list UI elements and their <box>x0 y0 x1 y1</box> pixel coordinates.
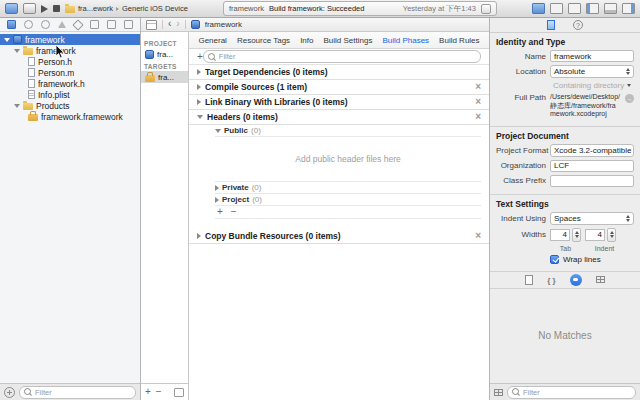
remove-header-button[interactable] <box>231 207 237 217</box>
back-button[interactable] <box>168 20 171 29</box>
object-library-icon[interactable] <box>570 274 582 286</box>
add-header-button[interactable] <box>217 207 223 217</box>
debug-area-toggle-icon[interactable] <box>604 3 617 14</box>
navigator-toggle-icon[interactable] <box>586 3 599 14</box>
toolbar: fra...ework Generic iOS Device framework… <box>0 0 640 18</box>
grid-view-toggle-icon[interactable] <box>494 389 503 396</box>
library-empty-state: No Matches <box>490 289 640 384</box>
tab-general[interactable]: General <box>198 36 226 45</box>
disclosure-triangle[interactable] <box>197 115 203 119</box>
tab-build-settings[interactable]: Build Settings <box>323 36 372 45</box>
file-inspector-icon[interactable] <box>547 20 555 30</box>
report-navigator-icon[interactable] <box>124 20 133 29</box>
standard-editor-icon[interactable] <box>532 3 545 14</box>
build-phases-filter-input[interactable]: Filter <box>203 50 481 63</box>
code-snippet-library-icon[interactable] <box>547 275 555 285</box>
tab-width-stepper[interactable]: 4 <box>550 228 581 242</box>
quick-help-icon[interactable] <box>573 20 583 30</box>
public-headers-drop-area[interactable]: Add public header files here <box>215 137 481 182</box>
remove-phase-icon[interactable] <box>475 112 481 122</box>
phase-copy-bundle-resources[interactable]: Copy Bundle Resources (0 items) <box>189 229 489 244</box>
find-navigator-icon[interactable] <box>41 20 50 29</box>
organization-field[interactable]: LCF <box>550 160 634 172</box>
media-library-icon[interactable] <box>596 276 605 283</box>
containing-directory-popup[interactable]: Containing directory <box>550 81 634 90</box>
disclosure-triangle[interactable] <box>215 185 219 191</box>
tab-build-phases[interactable]: Build Phases <box>382 36 429 45</box>
stepper-arrows-icon[interactable] <box>607 228 616 242</box>
headers-private-group[interactable]: Private (0) <box>215 182 481 194</box>
version-editor-icon[interactable] <box>568 3 581 14</box>
disclosure-triangle[interactable] <box>14 49 20 53</box>
filter-targets-icon[interactable] <box>174 388 184 397</box>
indent-width-stepper[interactable]: 4 <box>585 228 616 242</box>
window-tab-icon[interactable] <box>5 3 18 14</box>
remove-phase-icon[interactable] <box>475 97 481 107</box>
project-navigator-icon[interactable] <box>7 20 16 29</box>
disclosure-triangle[interactable] <box>197 233 201 239</box>
tree-item-person-h[interactable]: Person.h <box>0 56 140 67</box>
issue-navigator-icon[interactable] <box>58 21 66 28</box>
disclosure-triangle[interactable] <box>14 104 20 108</box>
remove-target-button[interactable] <box>156 387 162 397</box>
disclosure-triangle[interactable] <box>215 197 219 203</box>
wrap-lines-checkbox[interactable] <box>550 255 559 264</box>
disclosure-triangle[interactable] <box>4 38 10 42</box>
target-list-item[interactable]: fra... <box>141 71 188 83</box>
stepper-arrows-icon[interactable] <box>572 228 581 242</box>
tree-item-person-m[interactable]: Person.m <box>0 67 140 78</box>
target-item-label: fra... <box>158 73 174 82</box>
phase-link-binary[interactable]: Link Binary With Libraries (0 items) <box>189 95 489 110</box>
tree-item-framework-h[interactable]: framework.h <box>0 78 140 89</box>
reveal-in-finder-icon[interactable] <box>625 94 634 103</box>
headers-public-group[interactable]: Public (0) <box>215 125 481 137</box>
tree-item-group-framework[interactable]: framework <box>0 45 140 56</box>
tab-resource-tags[interactable]: Resource Tags <box>237 36 290 45</box>
headers-project-group[interactable]: Project (0) <box>215 194 481 206</box>
jump-bar: framework <box>141 18 489 32</box>
symbol-navigator-icon[interactable] <box>24 20 33 29</box>
indent-using-popup[interactable]: Spaces <box>550 212 634 225</box>
tree-item-label: Info.plist <box>38 90 70 100</box>
related-items-icon[interactable] <box>146 20 157 30</box>
overview-icon[interactable] <box>23 3 36 14</box>
scheme-selector[interactable]: fra...ework Generic iOS Device <box>65 4 188 13</box>
project-list-item[interactable]: fra... <box>141 48 188 60</box>
tab-info[interactable]: Info <box>300 36 313 45</box>
chevron-right-icon <box>116 7 119 11</box>
add-file-button[interactable] <box>4 387 15 398</box>
navigator-filter-input[interactable]: Filter <box>19 386 136 399</box>
disclosure-triangle[interactable] <box>197 99 201 105</box>
tab-build-rules[interactable]: Build Rules <box>439 36 479 45</box>
phase-compile-sources[interactable]: Compile Sources (1 item) <box>189 80 489 95</box>
name-field[interactable]: framework <box>550 50 634 62</box>
debug-navigator-icon[interactable] <box>90 20 99 29</box>
disclosure-triangle[interactable] <box>197 84 201 90</box>
run-button[interactable] <box>41 5 48 13</box>
disclosure-triangle[interactable] <box>215 129 221 133</box>
remove-phase-icon[interactable] <box>475 231 481 241</box>
library-filter-input[interactable]: Filter <box>507 386 636 399</box>
inspector-toggle-icon[interactable] <box>622 3 635 14</box>
phase-headers[interactable]: Headers (0 items) <box>189 110 489 125</box>
tree-item-info-plist[interactable]: Info.plist <box>0 89 140 100</box>
assistant-editor-icon[interactable] <box>550 3 563 14</box>
project-format-popup[interactable]: Xcode 3.2-compatible <box>550 144 634 157</box>
stop-button[interactable] <box>53 5 60 12</box>
disclosure-triangle[interactable] <box>197 69 201 75</box>
tree-item-framework-product[interactable]: framework.framework <box>0 111 140 122</box>
remove-phase-icon[interactable] <box>475 82 481 92</box>
forward-button[interactable] <box>176 20 179 29</box>
phase-target-dependencies[interactable]: Target Dependencies (0 items) <box>189 65 489 80</box>
add-target-button[interactable] <box>145 387 151 397</box>
file-template-library-icon[interactable] <box>525 275 533 285</box>
jumpbar-crumb[interactable]: framework <box>205 20 242 29</box>
tree-item-products[interactable]: Products <box>0 100 140 111</box>
add-build-phase-button[interactable] <box>197 52 203 62</box>
location-popup[interactable]: Absolute <box>550 65 634 78</box>
issues-icon[interactable] <box>481 4 491 14</box>
tree-item-project[interactable]: framework <box>0 34 140 45</box>
test-navigator-icon[interactable] <box>72 19 83 30</box>
breakpoint-navigator-icon[interactable] <box>107 20 116 29</box>
class-prefix-field[interactable] <box>550 175 634 187</box>
